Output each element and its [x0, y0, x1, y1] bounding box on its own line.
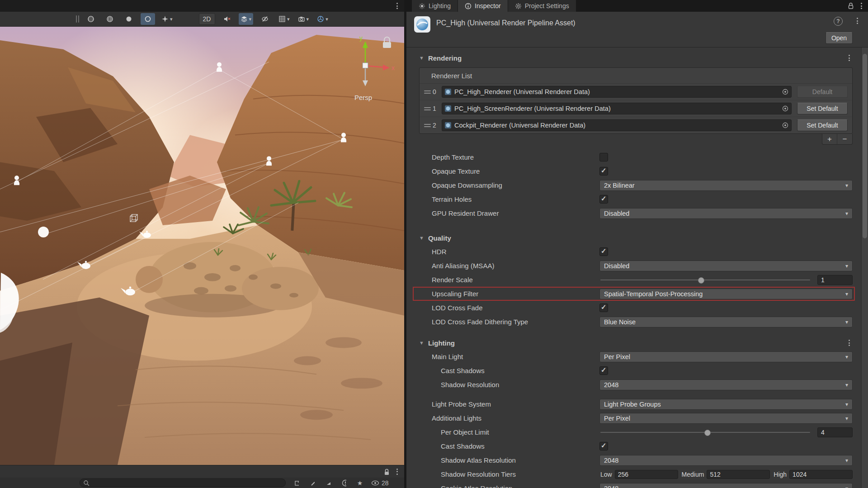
tier-medium-field[interactable]: 512	[707, 470, 770, 479]
object-picker-icon[interactable]	[782, 105, 789, 112]
chevron-down-icon: ▾	[326, 16, 328, 22]
per-object-limit-slider[interactable]	[599, 427, 811, 437]
renderer-list-row[interactable]: 2 Cockpit_Renderer (Universal Renderer D…	[420, 117, 852, 133]
outline-circle-mode-button[interactable]	[141, 13, 155, 25]
outline-circle-icon	[144, 15, 151, 23]
terrain-holes-checkbox[interactable]	[599, 195, 608, 204]
slider-handle[interactable]	[704, 430, 711, 436]
drag-handle-icon[interactable]	[424, 124, 431, 127]
camera-settings-dropdown[interactable]: ▾	[296, 13, 311, 25]
opaque-texture-checkbox[interactable]	[599, 167, 608, 175]
search-input[interactable]	[92, 479, 282, 487]
search-field[interactable]	[80, 479, 286, 487]
row-per-object-limit: Per Object Limit 4	[406, 425, 853, 439]
tier-low-field[interactable]: 256	[615, 470, 678, 479]
row-light-probe-system: Light Probe System Light Probe Groups▾	[406, 397, 853, 411]
lod-cross-fade-checkbox[interactable]	[599, 303, 608, 312]
shaded-sphere-mode-button[interactable]	[84, 13, 98, 25]
renderer-list-row[interactable]: 1 PC_High_ScreenRenderer (Universal Rend…	[420, 100, 852, 117]
drag-handle-icon[interactable]	[424, 107, 431, 110]
window-menu-icon[interactable]	[861, 3, 862, 9]
main-light-dropdown[interactable]: Per Pixel▾	[599, 351, 853, 362]
scene-visibility-button[interactable]	[258, 13, 272, 25]
add-button[interactable]: +	[822, 134, 837, 144]
section-rendering[interactable]: ▼ Rendering	[406, 51, 853, 65]
shadow-atlas-resolution-dropdown[interactable]: 2048▾	[599, 455, 853, 466]
upscaling-filter-dropdown[interactable]: Spatial-Temporal Post-Processing▾	[599, 289, 853, 299]
inspector-scrollbar[interactable]	[861, 47, 868, 488]
row-opaque-downsampling: Opaque Downsampling 2x Bilinear▾	[406, 178, 853, 192]
remove-button[interactable]: −	[837, 134, 852, 144]
overlay-drag-handle[interactable]	[76, 15, 79, 23]
renderer-list-row[interactable]: 0 PC_High_Renderer (Universal Renderer D…	[420, 84, 852, 100]
hdr-checkbox[interactable]	[599, 247, 608, 256]
lock-icon[interactable]	[383, 468, 390, 475]
effects-visibility-dropdown[interactable]: ▾	[239, 13, 254, 25]
cast-shadows-additional-checkbox[interactable]	[599, 442, 608, 450]
chevron-down-icon: ▾	[845, 457, 848, 464]
star-icon[interactable]: ★	[355, 479, 365, 488]
renderer-list-title: Renderer List	[420, 68, 852, 84]
panel-menu-icon[interactable]	[396, 469, 398, 475]
visibility-counter[interactable]: 28	[371, 479, 389, 487]
render-scale-slider[interactable]	[599, 275, 811, 285]
cast-shadows-checkbox[interactable]	[599, 366, 608, 375]
bottom-toolbar: ★ 28	[0, 478, 404, 488]
shadow-resolution-dropdown[interactable]: 2048▾	[599, 379, 853, 390]
alert-icon[interactable]	[339, 479, 349, 488]
persp-label[interactable]: Persp	[354, 94, 372, 101]
cookie-atlas-resolution-dropdown[interactable]: 2048▾	[599, 483, 853, 488]
gpu-resident-drawer-dropdown[interactable]: Disabled▾	[599, 208, 853, 219]
tab-lighting[interactable]: Lighting	[412, 0, 458, 12]
tier-high-field[interactable]: 1024	[789, 470, 853, 479]
depth-texture-checkbox[interactable]	[599, 153, 608, 161]
ramp-icon[interactable]	[323, 479, 333, 488]
light-probe-system-dropdown[interactable]: Light Probe Groups▾	[599, 399, 853, 410]
section-menu-icon[interactable]	[849, 55, 850, 61]
2d-toggle-button[interactable]: 2D	[199, 13, 215, 25]
msaa-dropdown[interactable]: Disabled▾	[599, 261, 853, 271]
row-main-light: Main Light Per Pixel▾	[406, 350, 853, 364]
shaded-sphere-icon	[87, 15, 94, 23]
set-default-button[interactable]: Default	[797, 86, 848, 98]
dropdown-value: 2048	[604, 381, 618, 389]
per-object-limit-value[interactable]: 4	[817, 427, 853, 437]
opaque-downsampling-dropdown[interactable]: 2x Bilinear▾	[599, 180, 853, 191]
row-cast-shadows: Cast Shadows	[406, 364, 853, 378]
section-menu-icon[interactable]	[849, 340, 850, 346]
object-picker-icon[interactable]	[782, 88, 789, 95]
round-gizmo[interactable]	[38, 227, 49, 237]
drag-handle-icon[interactable]	[424, 90, 431, 94]
help-icon[interactable]: ?	[834, 17, 843, 26]
object-field[interactable]: PC_High_Renderer (Universal Renderer Dat…	[442, 86, 792, 98]
lod-dithering-dropdown[interactable]: Blue Noise▾	[599, 317, 853, 327]
section-lighting[interactable]: ▼ Lighting	[406, 336, 853, 350]
additional-lights-dropdown[interactable]: Per Pixel▾	[599, 413, 853, 424]
lock-icon[interactable]	[848, 2, 854, 9]
object-field[interactable]: Cockpit_Renderer (Universal Renderer Dat…	[442, 119, 792, 131]
open-button[interactable]: Open	[826, 32, 853, 44]
brush-icon[interactable]	[307, 479, 317, 488]
object-picker-icon[interactable]	[782, 122, 789, 129]
effects-flare-dropdown[interactable]: ▾	[160, 13, 175, 25]
scene-tab-menu-icon[interactable]	[396, 3, 398, 9]
object-field[interactable]: PC_High_ScreenRenderer (Universal Render…	[442, 103, 792, 114]
gear-icon	[515, 3, 522, 9]
slider-handle[interactable]	[698, 277, 704, 284]
section-quality[interactable]: ▼ Quality	[406, 231, 853, 245]
render-scale-value[interactable]: 1	[817, 275, 853, 285]
tab-project-settings[interactable]: Project Settings	[508, 0, 576, 12]
inspector-menu-icon[interactable]	[857, 18, 858, 24]
set-default-button[interactable]: Set Default	[797, 103, 848, 114]
set-default-button[interactable]: Set Default	[797, 119, 848, 131]
maximize-icon[interactable]	[292, 479, 302, 488]
grid-settings-dropdown[interactable]: ▾	[277, 13, 292, 25]
scrollbar-thumb[interactable]	[863, 54, 867, 238]
filled-circle-mode-button[interactable]	[122, 13, 136, 25]
wireframe-sphere-mode-button[interactable]	[103, 13, 117, 25]
gizmos-dropdown[interactable]: ▾	[315, 13, 330, 25]
audio-toggle-button[interactable]	[220, 13, 234, 25]
property-label: Terrain Holes	[432, 195, 599, 203]
tab-inspector[interactable]: Inspector	[458, 0, 508, 12]
scene-viewport[interactable]: y x Persp	[0, 27, 404, 465]
